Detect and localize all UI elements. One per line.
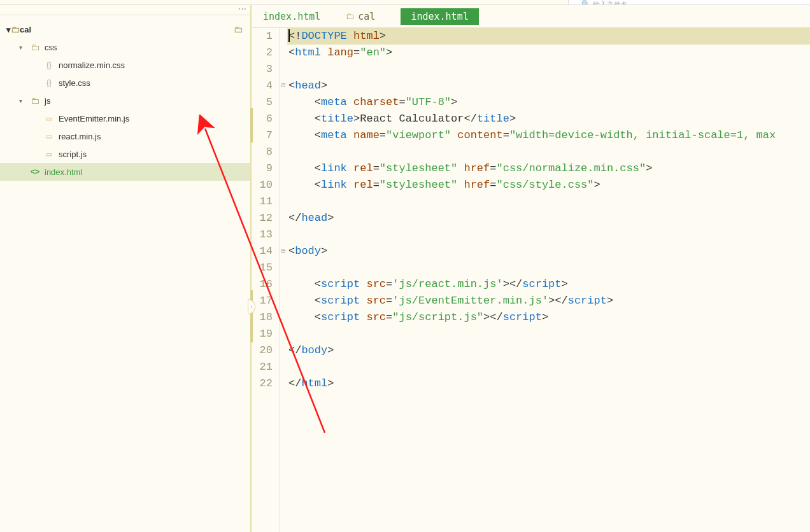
tree-label: react.min.js (59, 132, 101, 141)
search-placeholder: 输入文件名 (593, 0, 628, 5)
search-input[interactable]: 🔍 输入文件名 (568, 0, 810, 5)
breadcrumb-folder[interactable]: 🗀 cal (346, 11, 375, 22)
tree-label: index.html (45, 167, 82, 177)
editor-area: index.html 🗀 cal index.html 123456789101… (252, 5, 810, 532)
tree-file-react-js[interactable]: ▭ react.min.js (0, 127, 250, 145)
tree-label: style.css (59, 78, 90, 88)
tree-folder-js[interactable]: ▾ 🗀 js (0, 92, 250, 109)
tree-file-normalize-css[interactable]: {} normalize.min.css (0, 56, 250, 74)
css-file-icon: {} (43, 78, 55, 87)
js-file-icon: ▭ (43, 132, 55, 141)
tree-file-style-css[interactable]: {} style.css (0, 74, 250, 92)
tree-file-eventemitter-js[interactable]: ▭ EventEmitter.min.js (0, 109, 250, 127)
folder-icon: 🗀 (29, 42, 41, 52)
sidebar-header[interactable] (0, 5, 250, 15)
tree-root-cal[interactable]: ▾ 🗀 cal 🗀 (0, 20, 250, 38)
breadcrumb-label: cal (358, 11, 375, 22)
folder-open-icon: 🗀 (234, 24, 243, 34)
tree-folder-css[interactable]: ▾ 🗀 css (0, 38, 250, 56)
project-sidebar: ▾ 🗀 cal 🗀 ▾ 🗀 css {} normalize.min.css {… (0, 5, 252, 532)
chevron-down-icon: ▾ (19, 97, 27, 104)
folder-icon: 🗀 (29, 95, 41, 106)
fold-column[interactable]: ⊟⊟ (280, 28, 287, 532)
tree-label: normalize.min.css (59, 60, 125, 70)
css-file-icon: {} (43, 60, 55, 69)
code-content[interactable]: <!DOCTYPE html><html lang="en"><head> <m… (287, 28, 810, 532)
chevron-down-icon: ▾ (19, 44, 27, 51)
tree-label: js (45, 96, 50, 106)
breadcrumb-bar: index.html 🗀 cal index.html (252, 5, 810, 28)
breadcrumb-label: index.html (263, 11, 320, 22)
tree-label: EventEmitter.min.js (59, 114, 129, 123)
folder-icon: 🗀 (11, 24, 20, 34)
project-tree: ▾ 🗀 cal 🗀 ▾ 🗀 css {} normalize.min.css {… (0, 15, 250, 181)
breadcrumb-file[interactable]: index.html (263, 11, 320, 22)
tab-label: index.html (411, 11, 468, 22)
tree-label: script.js (59, 150, 87, 159)
change-marker (250, 290, 253, 342)
js-file-icon: ▭ (43, 150, 55, 158)
tree-label: cal (20, 25, 31, 34)
code-editor[interactable]: 12345678910111213141516171819202122 ⊟⊟ <… (252, 28, 810, 532)
tree-file-script-js[interactable]: ▭ script.js (0, 145, 250, 163)
change-marker (250, 108, 253, 143)
tree-label: css (45, 43, 57, 52)
js-file-icon: ▭ (43, 115, 55, 123)
html-file-icon: <> (29, 167, 41, 176)
tree-file-index-html[interactable]: <> index.html (0, 163, 250, 181)
folder-icon: 🗀 (346, 11, 354, 21)
line-gutter: 12345678910111213141516171819202122 (252, 28, 280, 532)
active-editor-tab[interactable]: index.html (401, 8, 478, 25)
chevron-down-icon: ▾ (6, 25, 11, 34)
